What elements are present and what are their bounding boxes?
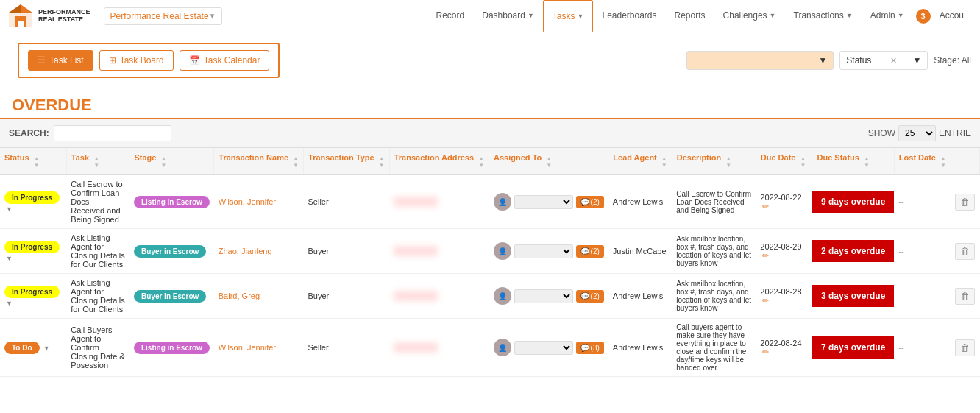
stage-badge: Listing in Escrow [134,342,210,354]
due-status-cell: 7 days overdue [812,319,894,377]
status-badge: To Do [4,342,40,354]
nav-tasks[interactable]: Tasks ▼ [543,0,594,32]
comment-button[interactable]: 💬 (2) [576,290,604,303]
due-status-cell: 3 days overdue [812,274,894,319]
col-task[interactable]: Task ▲▼ [66,148,129,174]
assigned-select[interactable] [514,341,573,355]
edit-icon[interactable]: ✏ [762,202,769,211]
col-txn-type[interactable]: Transaction Type ▲▼ [304,148,390,174]
org-dropdown[interactable]: Performance Real Estate ▼ [104,7,223,25]
description-cell: Ask mailbox location, box #, trash days,… [672,229,756,274]
status-filter[interactable]: Status ✕ ▼ [839,51,928,70]
svg-rect-4 [18,21,24,27]
lost-date-value: -- [898,343,903,352]
edit-icon[interactable]: ✏ [762,251,769,260]
due-date-cell: 2022-08-22 ✏ [756,174,812,229]
blurred-address [394,342,438,353]
status-dropdown-arrow[interactable]: ▼ [6,255,13,262]
assigned-select[interactable] [514,244,573,258]
search-label: SEARCH: [9,128,49,138]
nav-reports[interactable]: Reports [666,0,714,32]
col-txn-address[interactable]: Transaction Address ▲▼ [389,148,489,174]
col-stage[interactable]: Stage ▲▼ [129,148,214,174]
due-date-value: 2022-08-22 [760,193,801,202]
txn-address-cell [389,274,489,319]
delete-button[interactable]: 🗑 [955,243,975,260]
task-list-button[interactable]: ☰ Task List [28,50,93,71]
due-date-cell: 2022-08-29 ✏ [756,229,812,274]
chevron-down-icon: ▼ [528,12,534,19]
table-row: In Progress ▼ Call Escrow to Confirm Loa… [0,174,980,229]
blurred-address [394,197,438,207]
task-cell: Ask Listing Agent for Closing Details fo… [66,274,129,319]
col-lost-date[interactable]: Lost Date ▲▼ [894,148,951,174]
table-header-row: Status ▲▼ Task ▲▼ Stage ▲▼ Transaction N… [0,148,980,174]
nav-admin[interactable]: Admin ▼ [862,0,913,32]
status-dropdown-arrow[interactable]: ▼ [6,205,13,213]
txn-name-link[interactable]: Wilson, Jennifer [219,343,276,352]
txn-type-cell: Seller [304,319,390,377]
txn-name-link[interactable]: Wilson, Jennifer [219,197,276,206]
col-status[interactable]: Status ▲▼ [0,148,66,174]
lead-agent-cell: Justin McCabe [608,229,672,274]
lost-date-cell: -- [894,319,951,377]
lead-agent-cell: Andrew Lewis [608,174,672,229]
calendar-icon: 📅 [189,55,200,66]
col-txn-name[interactable]: Transaction Name ▲▼ [214,148,304,174]
col-assigned[interactable]: Assigned To ▲▼ [489,148,608,174]
overdue-badge: 2 days overdue [812,240,894,262]
logo-icon [7,3,34,29]
txn-address-cell [389,319,489,377]
assigned-cell: 👤 💬 (2) [489,274,608,319]
due-status-cell: 2 days overdue [812,229,894,274]
nav-account[interactable]: Accou [931,0,973,32]
show-count-select[interactable]: 2550100 [898,125,936,141]
lost-date-cell: -- [894,229,951,274]
delete-button[interactable]: 🗑 [955,194,975,211]
nav-dashboard[interactable]: Dashboard ▼ [473,0,543,32]
task-calendar-button[interactable]: 📅 Task Calendar [180,50,270,71]
notification-badge[interactable]: 3 [916,9,931,24]
col-due-status[interactable]: Due Status ▲▼ [812,148,894,174]
close-icon[interactable]: ✕ [890,56,897,66]
delete-button[interactable]: 🗑 [955,288,975,305]
txn-name-link[interactable]: Baird, Greg [219,292,260,300]
table-row: To Do ▼ Call Buyers Agent to Confirm Clo… [0,319,980,377]
status-dropdown-arrow[interactable]: ▼ [43,345,50,352]
txn-name-link[interactable]: Zhao, Jianfeng [219,247,272,255]
assigned-select[interactable] [514,195,573,209]
blurred-address [394,291,438,301]
comment-button[interactable]: 💬 (2) [576,196,604,208]
assigned-select[interactable] [514,289,573,303]
nav-leaderboards[interactable]: Leaderboards [593,0,665,32]
nav-transactions[interactable]: Transactions ▼ [785,0,862,32]
stage-badge: Buyer in Escrow [134,245,206,258]
avatar: 👤 [494,287,511,305]
comment-button[interactable]: 💬 (2) [576,245,604,258]
status-dropdown-arrow[interactable]: ▼ [6,300,13,307]
txn-type-cell: Buyer [304,274,390,319]
txn-type-cell: Seller [304,174,390,229]
nav-challenges[interactable]: Challenges ▼ [714,0,785,32]
task-board-button[interactable]: ⊞ Task Board [99,50,174,71]
lost-date-cell: -- [894,274,951,319]
description-cell: Call buyers agent to make sure they have… [672,319,756,377]
edit-icon[interactable]: ✏ [762,296,769,305]
edit-icon[interactable]: ✏ [762,347,769,356]
lost-date-value: -- [898,247,903,255]
overdue-badge: 9 days overdue [812,191,894,213]
search-input[interactable] [54,125,171,141]
blurred-address [394,246,438,256]
txn-name-cell: Wilson, Jennifer [214,319,304,377]
table-row: In Progress ▼ Ask Listing Agent for Clos… [0,274,980,319]
due-date-cell: 2022-08-28 ✏ [756,274,812,319]
col-due-date[interactable]: Due Date ▲▼ [756,148,812,174]
col-lead-agent[interactable]: Lead Agent ▲▼ [608,148,672,174]
comment-button[interactable]: 💬 (3) [576,342,604,354]
nav-record[interactable]: Record [427,0,474,32]
status-cell: In Progress ▼ [0,229,66,274]
delete-button[interactable]: 🗑 [955,339,975,356]
status-badge: In Progress [4,241,60,253]
col-description[interactable]: Description ▲▼ [672,148,756,174]
filter-dropdown[interactable]: ▼ [686,51,834,70]
